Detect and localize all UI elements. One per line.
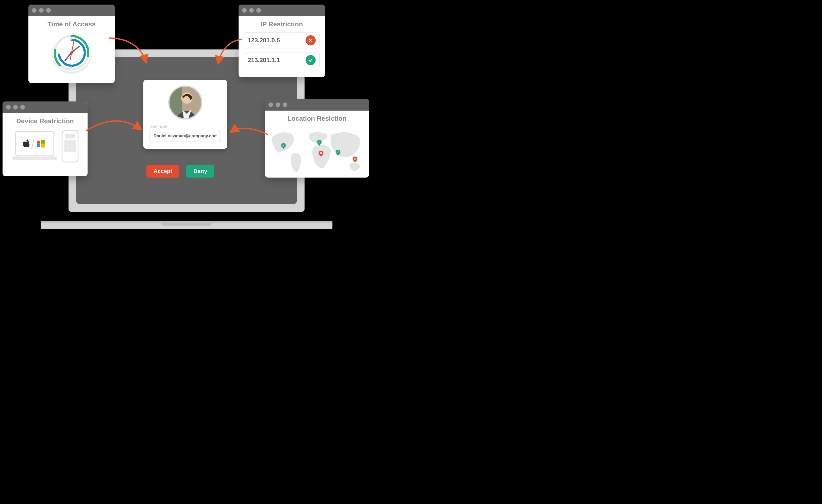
svg-rect-32 — [68, 148, 72, 152]
check-icon — [306, 55, 316, 65]
panel-titlebar — [265, 99, 369, 111]
window-dot-icon — [6, 105, 11, 110]
ip-row: 123.201.0.5 — [244, 32, 320, 48]
panel-titlebar — [3, 101, 87, 113]
ip-row: 213.201.1.1 — [244, 52, 320, 68]
panel-titlebar — [28, 5, 115, 16]
world-map-icon — [270, 128, 364, 176]
svg-rect-27 — [72, 140, 76, 144]
map-pin-deny-icon — [353, 157, 357, 161]
panel-ip-restriction: IP Restriction 123.201.0.5213.201.1.1 — [239, 5, 325, 77]
map-pin-allow-icon — [317, 140, 322, 144]
panel-title: Time of Access — [28, 16, 115, 30]
window-dot-icon — [242, 8, 247, 13]
x-icon — [306, 35, 316, 45]
panel-location-restriction: Location Resiction — [265, 99, 369, 178]
panel-titlebar — [239, 5, 325, 16]
deny-button[interactable]: Deny — [186, 165, 214, 178]
svg-line-18 — [31, 138, 34, 149]
window-dot-icon — [256, 8, 261, 13]
phone-device-icon — [61, 129, 79, 163]
svg-rect-17 — [12, 157, 57, 160]
window-dot-icon — [283, 102, 287, 107]
svg-rect-1 — [169, 87, 182, 118]
username-label: Username — [149, 124, 221, 128]
svg-rect-28 — [64, 144, 68, 148]
panel-device-restriction: Device Restriction — [3, 101, 87, 176]
svg-rect-21 — [37, 144, 40, 147]
window-dot-icon — [32, 8, 37, 13]
laptop-base — [41, 221, 333, 229]
laptop-notch — [161, 221, 212, 226]
svg-rect-24 — [65, 134, 75, 138]
panel-time-of-access: Time of Access — [28, 5, 115, 83]
svg-rect-26 — [68, 140, 72, 144]
ip-address: 213.201.1.1 — [248, 57, 280, 64]
svg-rect-20 — [41, 140, 45, 144]
svg-rect-22 — [41, 144, 45, 147]
window-dot-icon — [20, 105, 25, 110]
svg-rect-30 — [72, 144, 76, 148]
clock-icon — [50, 31, 93, 74]
window-dot-icon — [269, 102, 273, 107]
svg-point-13 — [70, 51, 73, 54]
window-dot-icon — [39, 8, 44, 13]
window-dot-icon — [276, 102, 280, 107]
avatar-placeholder-icon — [169, 87, 201, 118]
svg-rect-25 — [64, 140, 68, 144]
laptop-device-icon — [11, 129, 58, 163]
svg-rect-31 — [64, 148, 68, 152]
panel-title: IP Restriction — [239, 16, 325, 30]
window-dot-icon — [249, 8, 254, 13]
svg-rect-16 — [15, 131, 54, 156]
svg-rect-19 — [37, 141, 40, 144]
login-card: Username — [143, 80, 227, 149]
window-dot-icon — [13, 105, 18, 110]
avatar — [168, 85, 202, 119]
window-dot-icon — [46, 8, 51, 13]
accept-button[interactable]: Accept — [146, 165, 179, 178]
panel-title: Device Restriction — [3, 113, 87, 127]
svg-rect-29 — [68, 144, 72, 148]
ip-address: 123.201.0.5 — [248, 37, 280, 44]
username-field[interactable] — [149, 130, 221, 142]
svg-rect-33 — [72, 148, 76, 152]
panel-title: Location Resiction — [265, 111, 369, 125]
